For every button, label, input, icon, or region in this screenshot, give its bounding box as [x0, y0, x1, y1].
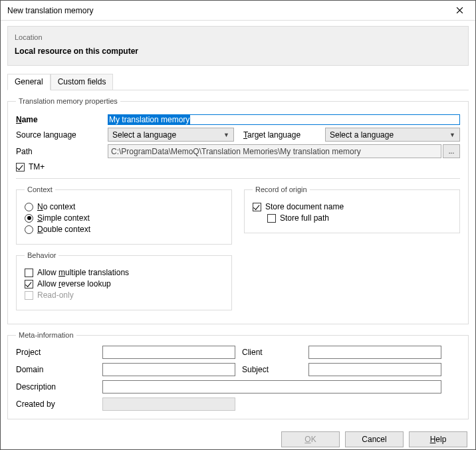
location-panel: Location Local resource on this computer [7, 26, 469, 66]
source-language-select[interactable]: Select a language ▼ [108, 128, 234, 142]
created-by-label: Created by [16, 399, 96, 409]
close-icon [456, 7, 463, 14]
properties-legend: Translation memory properties [16, 97, 120, 105]
tab-custom-fields[interactable]: Custom fields [51, 74, 114, 90]
simple-context-radio[interactable] [25, 214, 33, 223]
location-label: Location [15, 33, 461, 41]
no-context-radio[interactable] [25, 203, 33, 211]
behavior-group: Behavior Allow multiple translations All… [16, 251, 232, 310]
double-context-label: Double context [37, 225, 90, 234]
domain-label: Domain [16, 365, 96, 374]
tm-plus-label: TM+ [29, 162, 45, 171]
tab-general[interactable]: General [7, 74, 51, 90]
target-language-select[interactable]: Select a language ▼ [325, 128, 460, 142]
no-context-label: No context [37, 202, 75, 211]
allow-multiple-label: Allow multiple translations [37, 268, 129, 277]
created-by-input [102, 397, 235, 411]
name-label: Name [16, 115, 102, 124]
allow-multiple-checkbox[interactable] [25, 269, 33, 277]
meta-information-group: Meta-information Project Client Domain S… [7, 331, 469, 419]
browse-button[interactable]: ... [443, 144, 460, 158]
cancel-button[interactable]: Cancel [345, 431, 404, 447]
store-doc-checkbox[interactable] [253, 203, 261, 211]
description-input[interactable] [102, 380, 441, 394]
chevron-down-icon: ▼ [223, 132, 229, 138]
project-label: Project [16, 348, 96, 357]
tab-row: General Custom fields [7, 74, 469, 90]
titlebar: New translation memory [1, 1, 475, 21]
readonly-label: Read-only [37, 290, 74, 300]
context-group: Context No context Simple context Double… [16, 185, 232, 245]
subject-label: Subject [242, 365, 302, 374]
record-origin-group: Record of origin Store document name Sto… [244, 185, 460, 233]
path-input[interactable] [108, 144, 441, 158]
window-title: New translation memory [7, 6, 93, 15]
properties-group: Translation memory properties Name My tr… [7, 97, 469, 324]
name-value: My translation memory [108, 115, 190, 124]
domain-input[interactable] [102, 363, 235, 376]
source-language-label: Source language [16, 130, 102, 140]
name-input[interactable]: My translation memory [108, 114, 460, 125]
path-label: Path [16, 147, 102, 156]
button-bar: OK Cancel Help [1, 425, 475, 450]
help-button[interactable]: Help [409, 431, 467, 447]
context-legend: Context [25, 185, 55, 193]
double-context-radio[interactable] [25, 225, 33, 234]
allow-reverse-checkbox[interactable] [25, 280, 33, 288]
simple-context-label: Simple context [37, 213, 90, 223]
chevron-down-icon: ▼ [449, 132, 455, 138]
behavior-legend: Behavior [25, 251, 59, 259]
project-input[interactable] [102, 346, 235, 359]
divider [16, 178, 460, 179]
source-language-value: Select a language [112, 130, 176, 140]
store-full-path-checkbox[interactable] [267, 214, 276, 223]
client-input[interactable] [308, 346, 441, 359]
meta-legend: Meta-information [16, 331, 76, 339]
target-language-label: Target language [243, 130, 320, 140]
description-label: Description [16, 382, 96, 392]
store-doc-label: Store document name [265, 202, 344, 211]
location-value: Local resource on this computer [15, 47, 461, 56]
readonly-checkbox [25, 291, 33, 300]
target-language-value: Select a language [330, 130, 394, 140]
ok-button[interactable]: OK [281, 431, 340, 447]
close-button[interactable] [446, 1, 473, 20]
record-origin-legend: Record of origin [253, 185, 310, 193]
store-full-path-label: Store full path [280, 213, 329, 223]
client-label: Client [242, 348, 302, 357]
subject-input[interactable] [308, 363, 441, 376]
allow-reverse-label: Allow reverse lookup [37, 279, 111, 288]
tm-plus-checkbox[interactable] [16, 163, 25, 171]
